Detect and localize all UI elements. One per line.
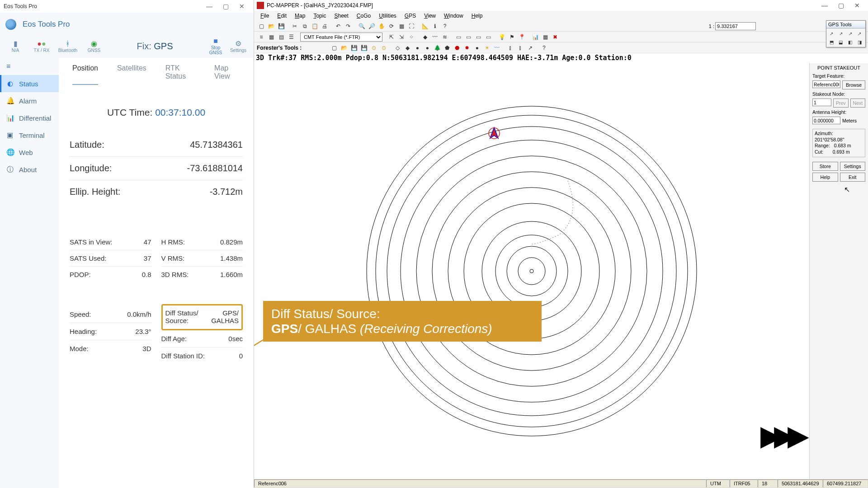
paste-icon[interactable]: 📋	[310, 22, 319, 31]
tool-c-icon[interactable]: ≋	[440, 33, 449, 42]
nav-web[interactable]: 🌐Web	[0, 144, 59, 161]
maximize-button[interactable]: ▢	[217, 3, 234, 10]
pcm-close-button[interactable]: ✕	[849, 2, 865, 9]
menu-window[interactable]: Window	[440, 12, 467, 20]
print-icon[interactable]: 🖨	[320, 22, 329, 31]
minimize-button[interactable]: —	[201, 3, 217, 10]
status-gnss[interactable]: ◉GNSS	[84, 40, 104, 53]
zoom-in-icon[interactable]: 🔍	[357, 22, 366, 31]
rows-icon[interactable]: ☰	[287, 33, 296, 42]
gps-t4-icon[interactable]: ↗	[855, 29, 863, 38]
export-icon[interactable]: ⇱	[387, 33, 396, 42]
for-v2-icon[interactable]: ⫿	[516, 43, 525, 52]
undo-icon[interactable]: ↶	[334, 22, 343, 31]
menu-cogo[interactable]: CoGo	[353, 12, 374, 20]
menu-utilities[interactable]: Utilities	[375, 12, 400, 20]
for-t3-icon[interactable]: ●	[413, 43, 422, 52]
prev-button[interactable]: Prev	[833, 99, 849, 108]
for-t9-icon[interactable]: ●	[472, 43, 481, 52]
menu-file[interactable]: File	[257, 12, 273, 20]
sheet-icon[interactable]: ▤	[277, 33, 286, 42]
menu-view[interactable]: View	[420, 12, 439, 20]
menu-help[interactable]: Help	[468, 12, 486, 20]
for-open-icon[interactable]: 📂	[340, 43, 349, 52]
win2-icon[interactable]: ▭	[464, 33, 473, 42]
gps-t5-icon[interactable]: ⬒	[827, 38, 835, 46]
for-t10-icon[interactable]: ☀	[482, 43, 491, 52]
gps-t7-icon[interactable]: ◧	[846, 38, 854, 46]
scale-input[interactable]	[715, 22, 756, 30]
for-t4-icon[interactable]: ●	[423, 43, 432, 52]
for-circle2-icon[interactable]: ⊙	[379, 43, 388, 52]
bulb-icon[interactable]: 💡	[497, 33, 506, 42]
stop-gnss-button[interactable]: ■Stop GNSS	[206, 37, 226, 55]
zoom-out-icon[interactable]: 🔎	[367, 22, 376, 31]
status-bluetooth[interactable]: ᚼBluetooth	[58, 40, 78, 53]
pin-icon[interactable]: 📍	[517, 33, 526, 42]
win4-icon[interactable]: ▭	[484, 33, 493, 42]
gps-t6-icon[interactable]: ⬓	[837, 38, 845, 46]
menu-topic[interactable]: Topic	[310, 12, 330, 20]
for-t8-icon[interactable]: ✹	[462, 43, 472, 52]
list-icon[interactable]: ≡	[257, 33, 266, 42]
grid-icon[interactable]: ▦	[397, 22, 406, 31]
chart-icon[interactable]: 📊	[531, 33, 540, 42]
nodes-icon[interactable]: ⁘	[407, 33, 416, 42]
fit-icon[interactable]: ⛶	[407, 22, 416, 31]
win3-icon[interactable]: ▭	[474, 33, 483, 42]
status-na[interactable]: ▮N/A	[5, 40, 25, 53]
measure-icon[interactable]: 📐	[420, 22, 429, 31]
for-save-icon[interactable]: 💾	[349, 43, 359, 52]
table-icon[interactable]: ▦	[267, 33, 276, 42]
menu-map[interactable]: Map	[291, 12, 309, 20]
tab-rtk-status[interactable]: RTK Status	[165, 64, 195, 85]
pcm-map-canvas[interactable]: Diff Status/ Source: GPS/ GALHAS (Receiv…	[254, 63, 809, 479]
pcm-minimize-button[interactable]: —	[816, 2, 833, 9]
new-icon[interactable]: ▢	[257, 22, 266, 31]
nav-alarm[interactable]: 🔔Alarm	[0, 92, 59, 109]
for-t7-icon[interactable]: ⬣	[453, 43, 462, 52]
store-button[interactable]: Store	[812, 162, 838, 171]
close-button[interactable]: ✕	[234, 3, 250, 10]
gps-t8-icon[interactable]: ◨	[855, 38, 863, 46]
menu-sheet[interactable]: Sheet	[330, 12, 352, 20]
tab-position[interactable]: Position	[72, 64, 98, 85]
refresh-icon[interactable]: ⟳	[387, 22, 396, 31]
next-button[interactable]: Next	[850, 99, 866, 108]
pan-icon[interactable]: ✋	[377, 22, 386, 31]
info-icon[interactable]: ℹ	[430, 22, 439, 31]
redo-icon[interactable]: ↷	[344, 22, 353, 31]
for-circle1-icon[interactable]: ⊙	[369, 43, 378, 52]
feature-select[interactable]: CMT Feature File (*.FTR)	[300, 33, 382, 42]
settings-button[interactable]: ⚙Settings	[228, 40, 248, 53]
settings-button[interactable]: Settings	[840, 162, 866, 171]
cut-icon[interactable]: ✂	[290, 22, 299, 31]
tab-satellites[interactable]: Satellites	[117, 64, 146, 85]
nav-about[interactable]: ⓘAbout	[0, 161, 59, 178]
gps-tools-palette[interactable]: GPS Tools ↗ ↗ ↗ ↗ ⬒ ⬓ ◧ ◨	[826, 20, 866, 47]
menu-edit[interactable]: Edit	[274, 12, 290, 20]
hamburger-icon[interactable]: ≡	[0, 58, 59, 75]
save-icon[interactable]: 💾	[277, 22, 286, 31]
tool-b-icon[interactable]: 〰	[430, 33, 439, 42]
gps-t2-icon[interactable]: ↗	[837, 29, 845, 38]
for-t1-icon[interactable]: ◇	[393, 43, 402, 52]
pcm-maximize-button[interactable]: ▢	[833, 2, 849, 9]
for-t6-icon[interactable]: ⬟	[443, 43, 452, 52]
x-icon[interactable]: ✖	[551, 33, 560, 42]
for-t11-icon[interactable]: 〰	[492, 43, 501, 52]
stakeout-node-input[interactable]	[812, 99, 831, 106]
help-icon[interactable]: ?	[440, 22, 449, 31]
flag-icon[interactable]: ⚑	[507, 33, 516, 42]
gps-t1-icon[interactable]: ↗	[827, 29, 835, 38]
win1-icon[interactable]: ▭	[454, 33, 463, 42]
browse-button[interactable]: Browse	[842, 80, 865, 89]
nav-status[interactable]: ◐Status	[0, 75, 59, 92]
for-t5-icon[interactable]: 🌲	[433, 43, 442, 52]
for-help-icon[interactable]: ?	[539, 43, 548, 52]
for-t2-icon[interactable]: ◆	[403, 43, 412, 52]
status-txrx[interactable]: ● ●TX / RX	[32, 40, 52, 53]
open-icon[interactable]: 📂	[267, 22, 276, 31]
for-save2-icon[interactable]: 💾	[359, 43, 368, 52]
tool-a-icon[interactable]: ◆	[420, 33, 429, 42]
